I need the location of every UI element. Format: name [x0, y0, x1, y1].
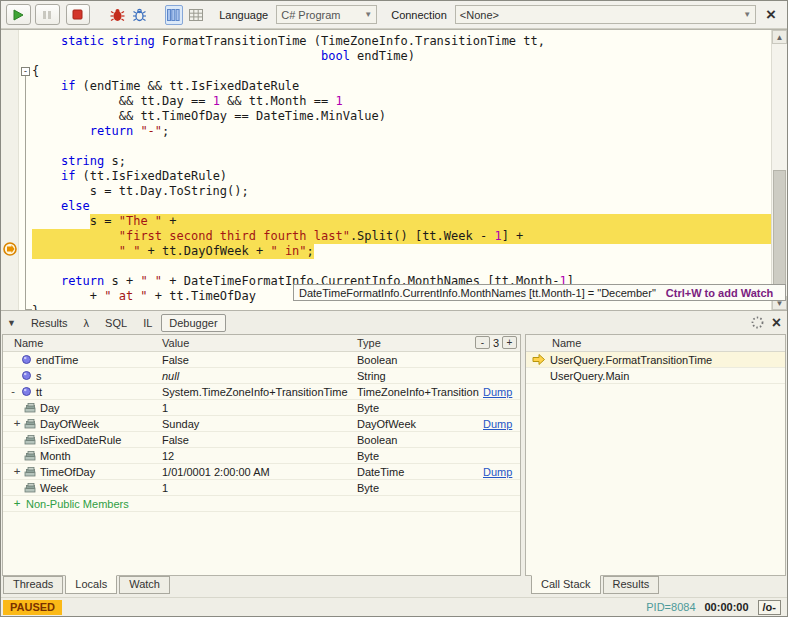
pause-button[interactable] — [35, 4, 60, 25]
tab-results[interactable]: Results — [603, 576, 660, 594]
tab-call-stack[interactable]: Call Stack — [531, 575, 601, 594]
table-row[interactable]: -ttSystem.TimeZoneInfo+TransitionTimeTim… — [3, 384, 520, 400]
tooltip-watch-hint: Ctrl+W to add Watch — [666, 287, 773, 299]
code-text: bool endTime) — [321, 49, 415, 64]
code-line[interactable]: static string FormatTransitionTime (Time… — [1, 34, 771, 49]
close-query-icon[interactable]: × — [760, 6, 782, 23]
code-line[interactable]: return "-"; — [1, 124, 771, 139]
code-line[interactable]: && tt.Day == 1 && tt.Month == 1 — [1, 94, 771, 109]
play-icon — [12, 9, 24, 21]
property-icon-wrap — [23, 418, 37, 430]
code-line[interactable]: s = tt.Day.ToString(); — [1, 184, 771, 199]
variable-type: TimeZoneInfo+Transition — [353, 386, 481, 398]
tab-threads[interactable]: Threads — [3, 576, 63, 594]
fold-collapse-icon[interactable]: - — [21, 67, 30, 76]
editor-scrollbar[interactable]: ▲ ▼ — [771, 30, 787, 310]
table-row[interactable]: endTimeFalseBoolean — [3, 352, 520, 368]
tab-debugger[interactable]: Debugger — [161, 314, 225, 332]
property-icon-wrap — [23, 402, 37, 414]
property-icon — [24, 483, 36, 493]
table-row[interactable]: +DayOfWeekSundayDayOfWeekDump — [3, 416, 520, 432]
scrollbar-thumb[interactable] — [773, 170, 786, 298]
variable-type: Boolean — [353, 354, 481, 366]
code-text: return "-"; — [90, 124, 170, 139]
variable-name: DayOfWeek — [37, 418, 99, 430]
execution-timer: 00:00:00 — [705, 601, 749, 613]
callstack-row[interactable]: UserQuery.Main — [526, 368, 785, 384]
dump-link[interactable]: Dump — [483, 418, 512, 430]
code-line[interactable]: { — [1, 64, 771, 79]
highlighted-statement: " " + tt.DayOfWeek + " in"; — [32, 244, 314, 259]
current-statement-icon — [3, 242, 17, 256]
debug-options-button[interactable] — [130, 5, 148, 25]
code-line[interactable]: if (tt.IsFixedDateRule) — [1, 169, 771, 184]
table-row[interactable]: +TimeOfDay1/01/0001 2:00:00 AMDateTimeDu… — [3, 464, 520, 480]
code-line[interactable]: else — [1, 199, 771, 214]
scroll-up-icon[interactable]: ▲ — [772, 30, 787, 44]
code-line[interactable] — [1, 259, 771, 274]
code-line[interactable]: " " + tt.DayOfWeek + " in"; — [1, 244, 771, 259]
table-row[interactable]: +Non-Public Members — [3, 496, 520, 512]
tab-results[interactable]: Results — [24, 315, 75, 331]
dump-link[interactable]: Dump — [483, 386, 512, 398]
code-text: if (tt.IsFixedDateRule) — [61, 169, 227, 184]
code-line[interactable]: "first second third fourth last".Split()… — [1, 229, 771, 244]
expand-icon[interactable]: + — [11, 497, 23, 510]
bottom-tab-strip: ThreadsLocalsWatch Call StackResults — [1, 576, 787, 597]
code-line[interactable]: bool endTime) — [1, 49, 771, 64]
dotted-circle-icon[interactable] — [751, 316, 764, 329]
dump-cell: Dump — [481, 418, 520, 430]
table-row[interactable]: Day1Byte — [3, 400, 520, 416]
depth-increase-button[interactable]: + — [502, 336, 517, 349]
code-line[interactable] — [1, 139, 771, 154]
chevron-down-icon: ▼ — [735, 10, 751, 19]
tab--[interactable]: λ — [77, 315, 97, 331]
property-icon-wrap — [23, 434, 37, 446]
frame-arrow-cell — [526, 354, 550, 365]
code-line[interactable]: } — [1, 304, 771, 311]
code-editor[interactable]: static string FormatTransitionTime (Time… — [1, 29, 787, 311]
fold-guide-line — [25, 76, 26, 309]
optimization-toggle[interactable]: /o- — [758, 600, 781, 615]
run-button[interactable] — [6, 4, 31, 25]
table-row[interactable]: Month12Byte — [3, 448, 520, 464]
tab-locals[interactable]: Locals — [65, 575, 117, 594]
layout-columns-button[interactable] — [165, 5, 183, 25]
expand-icon[interactable]: + — [11, 465, 23, 478]
column-header-type[interactable]: Type — [353, 337, 481, 349]
callstack-header[interactable]: Name — [526, 335, 785, 352]
table-row[interactable]: Week1Byte — [3, 480, 520, 496]
column-header-name[interactable]: Name — [3, 337, 158, 349]
expand-icon[interactable]: + — [11, 417, 23, 430]
table-row[interactable]: snullString — [3, 368, 520, 384]
code-line[interactable]: && tt.TimeOfDay == DateTime.MinValue) — [1, 109, 771, 124]
code-text: && tt.Day == 1 && tt.Month == 1 — [119, 94, 343, 109]
tab-sql[interactable]: SQL — [98, 315, 134, 331]
collapse-panel-icon[interactable]: ▼ — [7, 318, 16, 328]
variable-value: False — [158, 354, 353, 366]
code-line[interactable]: string s; — [1, 154, 771, 169]
close-panel-icon[interactable]: × — [772, 315, 781, 331]
connection-select[interactable]: <None> ▼ — [455, 5, 756, 24]
tab-watch[interactable]: Watch — [119, 576, 170, 594]
layout-grid-button[interactable] — [187, 5, 205, 25]
tab-il[interactable]: IL — [136, 315, 159, 331]
language-select[interactable]: C# Program ▼ — [276, 5, 377, 24]
table-row[interactable]: IsFixedDateRuleFalseBoolean — [3, 432, 520, 448]
collapse-icon[interactable]: - — [7, 385, 19, 398]
variable-value: 12 — [158, 450, 353, 462]
connection-label: Connection — [391, 9, 447, 21]
column-header-value[interactable]: Value — [158, 337, 353, 349]
callstack-rows: UserQuery.FormatTransitionTimeUserQuery.… — [526, 352, 785, 384]
callstack-row[interactable]: UserQuery.FormatTransitionTime — [526, 352, 785, 368]
break-button[interactable] — [108, 5, 126, 25]
stop-icon — [72, 9, 83, 20]
red-bug-icon — [110, 8, 125, 22]
code-line[interactable]: if (endTime && tt.IsFixedDateRule — [1, 79, 771, 94]
code-line[interactable]: s = "The " + — [1, 214, 771, 229]
variable-name: Day — [37, 402, 60, 414]
stop-button[interactable] — [66, 4, 91, 25]
dump-link[interactable]: Dump — [483, 466, 512, 478]
code-indent — [32, 94, 119, 109]
depth-decrease-button[interactable]: - — [475, 336, 490, 349]
